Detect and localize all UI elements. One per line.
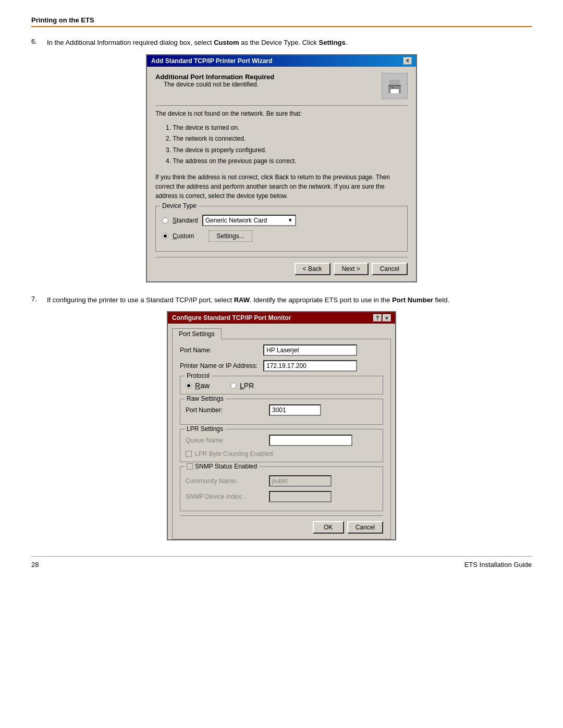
queue-name-label: Queue Name: <box>186 437 269 444</box>
protocol-row: Raw LPR <box>186 379 377 390</box>
dropdown-value: Generic Network Card <box>205 217 267 224</box>
step6-row: 6. In the Additional Information require… <box>31 38 532 48</box>
printer-icon <box>382 73 408 99</box>
lpr-byte-counting-label: LPR Byte Counting Enabled <box>195 450 273 458</box>
tab-bar: Port Settings <box>170 326 393 339</box>
list-item: The device is turned on. <box>166 122 408 134</box>
list-item: The device is properly configured. <box>166 145 408 156</box>
snmp-label: SNMP Status Enabled <box>195 463 257 470</box>
ip-label: Printer Name or IP Address: <box>180 362 263 369</box>
dialog1-title: Add Standard TCP/IP Printer Port Wizard <box>151 57 272 65</box>
step7-number: 7. <box>31 295 42 305</box>
device-type-dropdown[interactable]: Generic Network Card ▼ <box>202 215 296 226</box>
list-item: The address on the previous page is corr… <box>166 156 408 167</box>
snmp-device-row: SNMP Device Index: <box>186 491 377 502</box>
cancel-button[interactable]: Cancel <box>372 263 408 275</box>
port-settings-tab[interactable]: Port Settings <box>172 328 222 339</box>
header-title: Printing on the ETS <box>31 16 94 24</box>
dialog2-buttons-row: OK Cancel <box>180 515 383 534</box>
ok-button[interactable]: OK <box>313 521 344 534</box>
lpr-settings-groupbox: LPR Settings Queue Name: LPR Byte Counti… <box>180 429 383 462</box>
dialog1-header-title: Additional Port Information Required <box>155 73 274 81</box>
footer-page-number: 28 <box>31 561 39 569</box>
custom-radio-row[interactable]: Custom Settings... <box>162 230 401 242</box>
raw-radio-row[interactable]: Raw <box>186 381 210 390</box>
settings-button[interactable]: Settings... <box>209 230 252 242</box>
close-icon[interactable]: × <box>383 314 391 322</box>
dialog2-title: Configure Standard TCP/IP Port Monitor <box>172 314 291 322</box>
ip-input[interactable] <box>263 360 357 372</box>
dialog1-header-text: Additional Port Information Required The… <box>155 73 274 88</box>
dialog2-form-body: Port Name: Printer Name or IP Address: P… <box>172 339 391 539</box>
port-number-input[interactable] <box>269 404 321 416</box>
custom-radio[interactable] <box>162 233 168 239</box>
divider1 <box>155 105 408 106</box>
snmp-device-input <box>269 491 332 502</box>
community-name-input <box>269 475 332 487</box>
cancel-button[interactable]: Cancel <box>347 521 383 534</box>
snmp-groupbox: SNMP Status Enabled Community Name: SNMP… <box>180 466 383 511</box>
port-number-row: Port Number: <box>186 404 377 416</box>
step7-row: 7. If configuring the printer to use a S… <box>31 295 532 305</box>
device-type-groupbox: Device Type Standard Generic Network Car… <box>155 206 408 252</box>
svg-rect-3 <box>391 87 394 88</box>
dialog1-note: If you think the address is not correct,… <box>155 172 408 201</box>
protocol-groupbox: Protocol Raw LPR <box>180 376 383 394</box>
svg-rect-2 <box>390 89 399 93</box>
community-name-label: Community Name: <box>186 477 269 485</box>
list-item: The network is connected. <box>166 133 408 145</box>
port-name-input[interactable] <box>263 344 357 356</box>
dialog1-header-section: Additional Port Information Required The… <box>155 73 408 99</box>
queue-name-input[interactable] <box>269 435 352 446</box>
dialog2-titlebar: Configure Standard TCP/IP Port Monitor ?… <box>168 312 395 324</box>
footer-guide-title: ETS Installation Guide <box>464 561 532 569</box>
close-icon[interactable]: × <box>403 57 412 65</box>
raw-settings-legend: Raw Settings <box>185 395 226 402</box>
queue-name-row: Queue Name: <box>186 435 377 446</box>
protocol-legend: Protocol <box>185 372 212 379</box>
dialog1-header-subtitle: The device could not be identified. <box>164 81 274 88</box>
lpr-settings-legend: LPR Settings <box>185 425 225 433</box>
dialog2-window: Configure Standard TCP/IP Port Monitor ?… <box>167 311 396 540</box>
community-name-row: Community Name: <box>186 475 377 487</box>
custom-label: Custom <box>173 232 194 240</box>
dialog1-window: Add Standard TCP/IP Printer Port Wizard … <box>146 54 417 282</box>
dialog2-titlebar-buttons: ? × <box>373 314 391 322</box>
chevron-down-icon: ▼ <box>288 217 293 223</box>
ip-address-row: Printer Name or IP Address: <box>180 360 383 372</box>
svg-rect-4 <box>388 85 401 87</box>
step6-block: 6. In the Additional Information require… <box>31 38 532 282</box>
back-button[interactable]: < Back <box>295 263 331 275</box>
lpr-byte-counting-checkbox[interactable] <box>186 451 192 457</box>
standard-radio[interactable] <box>162 217 168 224</box>
port-name-label: Port Name: <box>180 347 263 354</box>
dialog1-message: The device is not found on the network. … <box>155 110 408 117</box>
raw-label: Raw <box>195 381 210 390</box>
dialog1-titlebar: Add Standard TCP/IP Printer Port Wizard … <box>147 55 416 67</box>
snmp-checkbox[interactable] <box>187 463 193 470</box>
step7-block: 7. If configuring the printer to use a S… <box>31 295 532 541</box>
next-button[interactable]: Next > <box>334 263 369 275</box>
step6-text: In the Additional Information required d… <box>47 38 347 48</box>
raw-radio[interactable] <box>186 382 192 389</box>
question-icon[interactable]: ? <box>373 314 382 322</box>
lpr-radio[interactable] <box>230 382 237 389</box>
dialog1-list: The device is turned on. The network is … <box>166 122 408 167</box>
raw-settings-groupbox: Raw Settings Port Number: <box>180 399 383 425</box>
step6-number: 6. <box>31 38 42 48</box>
step7-text: If configuring the printer to use a Stan… <box>47 295 449 305</box>
device-type-legend: Device Type <box>160 202 199 209</box>
port-name-row: Port Name: <box>180 344 383 356</box>
dialog1-body: Additional Port Information Required The… <box>147 67 416 281</box>
page-header: Printing on the ETS <box>31 16 532 27</box>
lpr-byte-counting-row: LPR Byte Counting Enabled <box>186 450 377 458</box>
page-footer: 28 ETS Installation Guide <box>31 556 532 569</box>
lpr-radio-row[interactable]: LPR <box>230 381 254 390</box>
lpr-label: LPR <box>240 381 254 390</box>
titlebar-buttons: × <box>403 57 412 65</box>
standard-radio-row[interactable]: Standard Generic Network Card ▼ <box>162 215 401 226</box>
dialog1-buttons-row: < Back Next > Cancel <box>155 257 408 275</box>
port-number-label: Port Number: <box>186 406 269 414</box>
snmp-device-label: SNMP Device Index: <box>186 493 269 500</box>
standard-label: Standard <box>173 217 198 224</box>
